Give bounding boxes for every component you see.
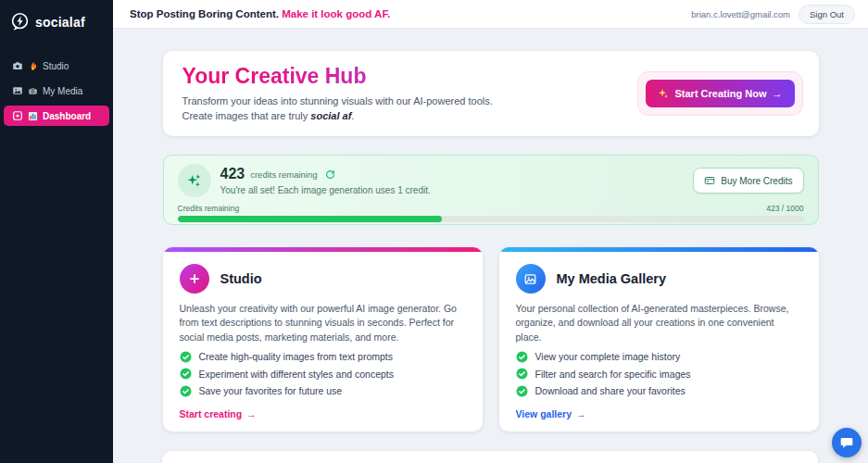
card-title: My Media Gallery	[557, 271, 666, 286]
chat-widget-button[interactable]	[832, 428, 862, 457]
promo-accent-text: Make it look good AF.	[282, 8, 390, 19]
sidebar-item-label: My Media	[43, 86, 82, 96]
check-circle-icon	[180, 385, 192, 397]
media-gallery-card: My Media Gallery Your personal collectio…	[499, 247, 819, 432]
hero-subtitle-line2: Create images that are truly social af.	[182, 108, 493, 124]
promo-banner: Stop Posting Boring Content. Make it loo…	[130, 8, 390, 19]
progress-label: Credits remaining	[178, 204, 240, 213]
page-title: Your Creative Hub	[182, 64, 493, 89]
credits-card: 423 credits remaining You're all set! Ea…	[163, 155, 819, 225]
credits-progress-bar	[178, 216, 804, 222]
buy-credits-button[interactable]: Buy More Credits	[693, 168, 803, 194]
main-area: Stop Posting Boring Content. Make it loo…	[113, 0, 868, 463]
card-title: Studio	[220, 271, 262, 286]
logo[interactable]: socialaf	[4, 9, 109, 31]
arrow-right-icon: →	[576, 408, 586, 419]
user-email: brian.c.lovett@gmail.com	[691, 9, 790, 19]
view-gallery-link[interactable]: View gallery→	[516, 408, 586, 419]
progress-fill	[178, 216, 443, 222]
credit-card-icon	[704, 175, 715, 186]
sidebar-item-dashboard[interactable]: Dashboard	[4, 106, 109, 126]
card-description: Your personal collection of AI-generated…	[516, 302, 802, 344]
sidebar-nav: Studio My Media Dashboard	[4, 56, 109, 126]
start-creating-link[interactable]: Start creating→	[180, 408, 257, 419]
arrow-right-icon: →	[773, 88, 783, 99]
plus-icon	[180, 264, 209, 294]
buy-credits-label: Buy More Credits	[721, 176, 792, 186]
bar-chart-icon	[28, 111, 38, 121]
studio-card: Studio Unleash your creativity with our …	[163, 247, 483, 432]
start-creating-button[interactable]: Start Creating Now →	[646, 80, 794, 107]
user-area: brian.c.lovett@gmail.com Sign Out	[691, 5, 855, 24]
next-section-card	[162, 451, 818, 463]
camera-icon	[12, 60, 23, 71]
camera-flash-icon	[28, 86, 38, 96]
check-circle-icon	[180, 368, 192, 380]
logo-text: socialaf	[35, 15, 85, 30]
sidebar-item-label: Studio	[43, 61, 69, 71]
speech-bubble-lightning-icon	[10, 12, 30, 31]
card-description: Unleash your creativity with our powerfu…	[180, 302, 466, 344]
dashboard-icon	[12, 110, 23, 121]
arrow-right-icon: →	[246, 408, 257, 419]
refresh-icon[interactable]	[325, 169, 335, 180]
hero-subtitle-line1: Transform your ideas into stunning visua…	[182, 94, 493, 109]
check-circle-icon	[516, 385, 528, 397]
chat-bubble-icon	[839, 435, 854, 450]
feature-item: Experiment with different styles and con…	[180, 368, 466, 380]
sidebar-item-studio[interactable]: Studio	[4, 56, 109, 76]
creative-hub-card: Your Creative Hub Transform your ideas i…	[163, 51, 819, 136]
sparkles-icon	[178, 164, 211, 197]
cta-label: Start Creating Now	[674, 88, 766, 99]
feature-item: View your complete image history	[516, 351, 802, 363]
sparkle-icon	[658, 88, 669, 99]
sidebar: socialaf Studio My Media	[0, 0, 113, 463]
credits-count: 423	[220, 166, 245, 182]
sidebar-item-label: Dashboard	[43, 111, 91, 121]
hero-highlight: social af	[310, 110, 351, 121]
feature-item: Download and share your favorites	[516, 385, 802, 397]
check-circle-icon	[516, 351, 528, 363]
credits-subtitle: You're all set! Each image generation us…	[220, 185, 431, 195]
sign-out-button[interactable]: Sign Out	[799, 5, 855, 24]
feature-item: Filter and search for specific images	[516, 368, 802, 380]
picture-icon	[12, 85, 23, 96]
cta-container: Start Creating Now →	[637, 71, 802, 116]
sidebar-item-my-media[interactable]: My Media	[4, 81, 109, 101]
app-window: socialaf Studio My Media	[0, 0, 868, 463]
feature-item: Save your favorites for future use	[180, 385, 466, 397]
fire-icon	[28, 61, 38, 71]
page-content: Your Creative Hub Transform your ideas i…	[113, 29, 868, 463]
feature-item: Create high-quality images from text pro…	[180, 351, 466, 363]
image-icon	[516, 264, 546, 294]
progress-value: 423 / 1000	[766, 204, 803, 213]
topbar: Stop Posting Boring Content. Make it loo…	[113, 0, 868, 29]
hero-text: Your Creative Hub Transform your ideas i…	[182, 64, 493, 124]
check-circle-icon	[180, 351, 192, 363]
credits-count-label: credits remaining	[250, 169, 317, 180]
feature-card-grid: Studio Unleash your creativity with our …	[163, 247, 819, 432]
promo-text: Stop Posting Boring Content.	[130, 8, 279, 19]
check-circle-icon	[516, 368, 528, 380]
